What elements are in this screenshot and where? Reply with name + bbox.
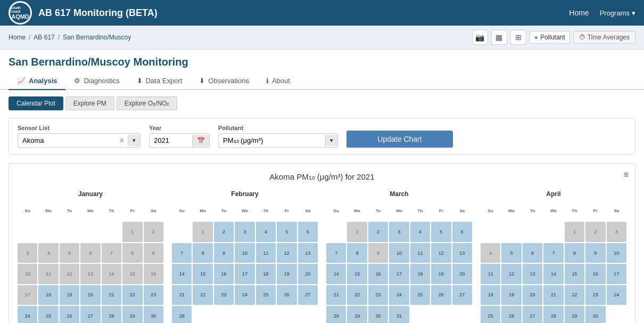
calendar-day[interactable]: 5 bbox=[501, 243, 521, 263]
camera-icon-btn[interactable]: 📷 bbox=[472, 30, 488, 45]
calendar-day[interactable]: 18 bbox=[38, 285, 58, 305]
calendar-day[interactable]: 5 bbox=[431, 222, 451, 241]
calendar-day[interactable]: 30 bbox=[144, 306, 163, 323]
tab-observations[interactable]: ⬇ Observations bbox=[191, 72, 258, 90]
calendar-day[interactable]: 2 bbox=[368, 222, 388, 241]
calendar-day[interactable]: 20 bbox=[452, 264, 472, 284]
update-chart-button[interactable]: Update Chart bbox=[346, 131, 453, 148]
calendar-day[interactable]: 8 bbox=[122, 243, 142, 263]
tab-data-export[interactable]: ⬇ Data Export bbox=[128, 72, 191, 90]
calendar-day[interactable]: 4 bbox=[410, 222, 430, 241]
calendar-day[interactable]: 27 bbox=[80, 306, 100, 323]
calendar-day[interactable]: 12 bbox=[60, 264, 79, 284]
calendar-day[interactable]: 26 bbox=[501, 306, 521, 323]
calendar-day[interactable]: 14 bbox=[326, 264, 346, 284]
calendar-day[interactable]: 2 bbox=[214, 222, 234, 241]
calendar-day[interactable]: 1 bbox=[565, 222, 584, 241]
calendar-day[interactable]: 20 bbox=[80, 285, 100, 305]
chart-icon-btn[interactable]: ▦ bbox=[491, 30, 507, 45]
calendar-day[interactable]: 19 bbox=[277, 264, 296, 284]
calendar-day[interactable]: 10 bbox=[389, 243, 409, 263]
calendar-day[interactable]: 15 bbox=[193, 264, 212, 284]
chart-menu-icon[interactable]: ≡ bbox=[624, 170, 629, 180]
calendar-day[interactable]: 8 bbox=[565, 243, 584, 263]
calendar-day[interactable]: 30 bbox=[585, 306, 605, 323]
calendar-day[interactable]: 28 bbox=[326, 306, 346, 323]
time-averages-btn[interactable]: ⏱ Time Averages bbox=[573, 31, 635, 44]
sensor-dropdown-icon[interactable]: ▾ bbox=[128, 135, 140, 146]
breadcrumb-current[interactable]: San Bernardino/Muscoy bbox=[63, 34, 131, 41]
calendar-day[interactable]: 24 bbox=[389, 285, 409, 305]
calendar-day[interactable]: 17 bbox=[389, 264, 409, 284]
calendar-day[interactable]: 17 bbox=[235, 264, 254, 284]
calendar-day[interactable]: 7 bbox=[543, 243, 563, 263]
calendar-day[interactable]: 19 bbox=[60, 285, 79, 305]
calendar-day[interactable]: 11 bbox=[410, 243, 430, 263]
calendar-day[interactable]: 11 bbox=[481, 264, 500, 284]
calendar-day[interactable]: 28 bbox=[543, 306, 563, 323]
calendar-day[interactable]: 23 bbox=[214, 285, 234, 305]
calendar-day[interactable]: 7 bbox=[326, 243, 346, 263]
calendar-day[interactable]: 22 bbox=[347, 285, 367, 305]
calendar-day[interactable]: 6 bbox=[523, 243, 542, 263]
calendar-day[interactable]: 14 bbox=[102, 264, 121, 284]
sub-tab-calendar-plot[interactable]: Calendar Plot bbox=[9, 96, 63, 110]
calendar-day[interactable]: 10 bbox=[607, 243, 626, 263]
calendar-day[interactable]: 31 bbox=[389, 306, 409, 323]
calendar-day[interactable]: 29 bbox=[122, 306, 142, 323]
calendar-day[interactable]: 18 bbox=[481, 285, 500, 305]
calendar-day[interactable]: 12 bbox=[431, 243, 451, 263]
calendar-day[interactable]: 6 bbox=[452, 222, 472, 241]
calendar-day[interactable]: 3 bbox=[607, 222, 626, 241]
calendar-day[interactable]: 22 bbox=[193, 285, 212, 305]
calendar-day[interactable]: 9 bbox=[368, 243, 388, 263]
calendar-day[interactable]: 3 bbox=[18, 243, 37, 263]
calendar-day[interactable]: 18 bbox=[256, 264, 276, 284]
calendar-day[interactable]: 23 bbox=[368, 285, 388, 305]
calendar-day[interactable]: 20 bbox=[298, 264, 318, 284]
calendar-day[interactable]: 6 bbox=[80, 243, 100, 263]
calendar-day[interactable]: 8 bbox=[347, 243, 367, 263]
calendar-day[interactable]: 24 bbox=[18, 306, 37, 323]
nav-home[interactable]: Home bbox=[569, 9, 589, 17]
tab-about[interactable]: ℹ About bbox=[258, 72, 299, 90]
calendar-day[interactable]: 5 bbox=[60, 243, 79, 263]
year-input[interactable]: 📅 bbox=[149, 133, 210, 148]
calendar-day[interactable]: 13 bbox=[523, 264, 542, 284]
calendar-day[interactable]: 21 bbox=[102, 285, 121, 305]
calendar-day[interactable]: 10 bbox=[235, 243, 254, 263]
calendar-day[interactable]: 16 bbox=[144, 264, 163, 284]
calendar-day[interactable]: 25 bbox=[410, 285, 430, 305]
calendar-day[interactable]: 25 bbox=[38, 306, 58, 323]
calendar-day[interactable]: 9 bbox=[144, 243, 163, 263]
calendar-day[interactable]: 9 bbox=[585, 243, 605, 263]
calendar-day[interactable]: 28 bbox=[172, 306, 192, 323]
clear-sensor-icon[interactable]: ✕ bbox=[116, 135, 128, 147]
calendar-day[interactable]: 24 bbox=[607, 285, 626, 305]
calendar-day[interactable]: 16 bbox=[585, 264, 605, 284]
calendar-day[interactable]: 3 bbox=[235, 222, 254, 241]
calendar-day[interactable]: 20 bbox=[523, 285, 542, 305]
calendar-day[interactable]: 10 bbox=[18, 264, 37, 284]
calendar-day[interactable]: 19 bbox=[501, 285, 521, 305]
calendar-day[interactable]: 1 bbox=[193, 222, 212, 241]
calendar-day[interactable]: 2 bbox=[585, 222, 605, 241]
calendar-day[interactable]: 24 bbox=[235, 285, 254, 305]
pollutant-dropdown[interactable]: PM₁₀ (μg/m³) PM₂.₅ (μg/m³) O₃ (ppb) NO₂ … bbox=[219, 134, 325, 147]
calendar-day[interactable]: 26 bbox=[60, 306, 79, 323]
tab-analysis[interactable]: 📈 Analysis bbox=[9, 72, 65, 90]
calendar-day[interactable]: 16 bbox=[368, 264, 388, 284]
breadcrumb-home[interactable]: Home bbox=[9, 34, 26, 41]
calendar-day[interactable]: 6 bbox=[298, 222, 318, 241]
calendar-day[interactable]: 19 bbox=[431, 264, 451, 284]
calendar-day[interactable]: 28 bbox=[102, 306, 121, 323]
table-icon-btn[interactable]: ⊞ bbox=[510, 30, 526, 45]
calendar-day[interactable]: 27 bbox=[452, 285, 472, 305]
calendar-day[interactable]: 11 bbox=[256, 243, 276, 263]
calendar-day[interactable]: 21 bbox=[326, 285, 346, 305]
calendar-day[interactable]: 23 bbox=[585, 285, 605, 305]
calendar-day[interactable]: 15 bbox=[347, 264, 367, 284]
calendar-day[interactable]: 17 bbox=[607, 264, 626, 284]
calendar-day[interactable]: 15 bbox=[565, 264, 584, 284]
calendar-day[interactable]: 29 bbox=[565, 306, 584, 323]
